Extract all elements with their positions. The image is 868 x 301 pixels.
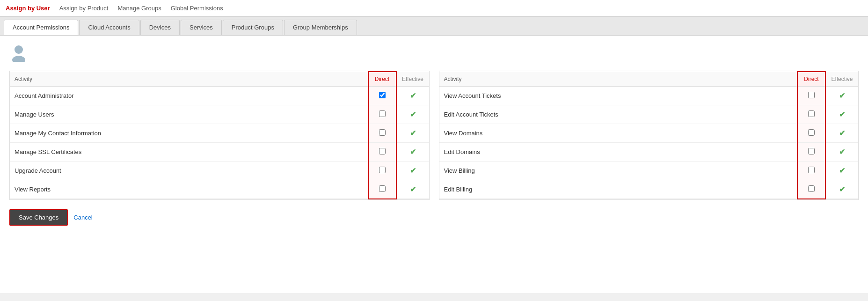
right-activity-header: Activity [439,72,798,87]
right-effective-edit-billing: ✔ [825,180,858,199]
tab-services[interactable]: Services [181,20,222,35]
right-table-row: View Account Tickets✔ [439,87,859,105]
left-checkbox-manage-ssl[interactable] [379,148,386,154]
left-activity-manage-contact: Manage My Contact Information [10,124,368,143]
tab-devices[interactable]: Devices [140,20,180,35]
permissions-area: Activity Direct Effective Account Admini… [9,71,859,200]
left-activity-manage-users: Manage Users [10,105,368,124]
tab-group-memberships[interactable]: Group Memberships [284,20,357,35]
left-checkbox-manage-users[interactable] [379,110,386,117]
right-perm-table-wrap: Activity Direct Effective View Account T… [439,71,859,200]
left-activity-view-reports: View Reports [10,180,368,199]
left-effective-manage-users: ✔ [396,105,429,124]
left-table-row: View Reports✔ [10,180,429,199]
right-direct-header: Direct [797,72,825,87]
left-perm-table-wrap: Activity Direct Effective Account Admini… [9,71,430,200]
right-table-row: Edit Domains✔ [439,143,859,162]
right-direct-view-billing [797,162,825,180]
right-table-row: View Domains✔ [439,124,859,143]
right-activity-edit-billing: Edit Billing [439,180,798,199]
left-activity-upgrade-account: Upgrade Account [10,162,368,180]
right-effective-edit-account-tickets: ✔ [825,105,858,124]
checkmark-icon: ✔ [410,110,416,118]
left-direct-header: Direct [368,72,396,87]
right-perm-table: Activity Direct Effective View Account T… [439,71,859,199]
tab-cloud-accounts[interactable]: Cloud Accounts [79,20,139,35]
right-direct-edit-billing [797,180,825,199]
left-table-row: Upgrade Account✔ [10,162,429,180]
left-effective-account-admin: ✔ [396,87,429,105]
right-effective-header: Effective [825,72,858,87]
left-effective-view-reports: ✔ [396,180,429,199]
left-effective-upgrade-account: ✔ [396,162,429,180]
tab-product-groups[interactable]: Product Groups [223,20,283,35]
user-avatar-icon [9,43,28,62]
right-checkbox-edit-billing[interactable] [808,185,815,192]
checkmark-icon: ✔ [410,148,416,156]
checkmark-icon: ✔ [410,185,416,193]
right-checkbox-edit-account-tickets[interactable] [808,110,815,117]
left-table-row: Manage My Contact Information✔ [10,124,429,143]
top-nav: Assign by User Assign by Product Manage … [0,0,868,17]
right-checkbox-view-billing[interactable] [808,167,815,173]
right-checkbox-edit-domains[interactable] [808,148,815,154]
checkmark-icon: ✔ [839,185,845,193]
left-direct-upgrade-account [368,162,396,180]
right-activity-edit-account-tickets: Edit Account Tickets [439,105,798,124]
nav-assign-by-product[interactable]: Assign by Product [59,3,109,14]
right-effective-view-account-tickets: ✔ [825,87,858,105]
left-direct-view-reports [368,180,396,199]
tab-bar: Account Permissions Cloud Accounts Devic… [0,17,868,36]
right-checkbox-view-account-tickets[interactable] [808,92,815,98]
cancel-link[interactable]: Cancel [73,214,92,221]
left-activity-account-admin: Account Administrator [10,87,368,105]
left-table-row: Account Administrator✔ [10,87,429,105]
left-activity-header: Activity [10,72,368,87]
left-checkbox-account-admin[interactable] [379,92,386,98]
main-content: Activity Direct Effective Account Admini… [0,36,868,293]
nav-manage-groups[interactable]: Manage Groups [117,3,161,14]
right-effective-view-billing: ✔ [825,162,858,180]
right-table-row: View Billing✔ [439,162,859,180]
bottom-actions: Save Changes Cancel [9,209,859,226]
svg-point-0 [15,45,23,54]
left-checkbox-upgrade-account[interactable] [379,167,386,173]
right-table-row: Edit Account Tickets✔ [439,105,859,124]
checkmark-icon: ✔ [839,92,845,100]
left-checkbox-view-reports[interactable] [379,185,386,192]
left-direct-manage-contact [368,124,396,143]
save-changes-button[interactable]: Save Changes [9,209,68,226]
left-checkbox-manage-contact[interactable] [379,129,386,136]
left-effective-header: Effective [396,72,429,87]
right-activity-edit-domains: Edit Domains [439,143,798,162]
checkmark-icon: ✔ [839,110,845,118]
nav-global-permissions[interactable]: Global Permissions [171,3,223,14]
right-activity-view-billing: View Billing [439,162,798,180]
nav-assign-by-user[interactable]: Assign by User [6,3,50,14]
right-direct-edit-account-tickets [797,105,825,124]
left-table-row: Manage Users✔ [10,105,429,124]
avatar-area [9,43,859,63]
checkmark-icon: ✔ [839,167,845,175]
tab-account-permissions[interactable]: Account Permissions [4,20,78,35]
left-direct-account-admin [368,87,396,105]
right-activity-view-domains: View Domains [439,124,798,143]
checkmark-icon: ✔ [839,129,845,137]
left-perm-table: Activity Direct Effective Account Admini… [10,71,429,199]
left-direct-manage-ssl [368,143,396,162]
checkmark-icon: ✔ [839,148,845,156]
left-effective-manage-ssl: ✔ [396,143,429,162]
left-effective-manage-contact: ✔ [396,124,429,143]
checkmark-icon: ✔ [410,167,416,175]
left-direct-manage-users [368,105,396,124]
right-direct-view-domains [797,124,825,143]
svg-point-1 [12,56,25,62]
right-checkbox-view-domains[interactable] [808,129,815,136]
right-direct-edit-domains [797,143,825,162]
right-direct-view-account-tickets [797,87,825,105]
left-table-row: Manage SSL Certificates✔ [10,143,429,162]
right-effective-view-domains: ✔ [825,124,858,143]
checkmark-icon: ✔ [410,92,416,100]
right-effective-edit-domains: ✔ [825,143,858,162]
right-activity-view-account-tickets: View Account Tickets [439,87,798,105]
